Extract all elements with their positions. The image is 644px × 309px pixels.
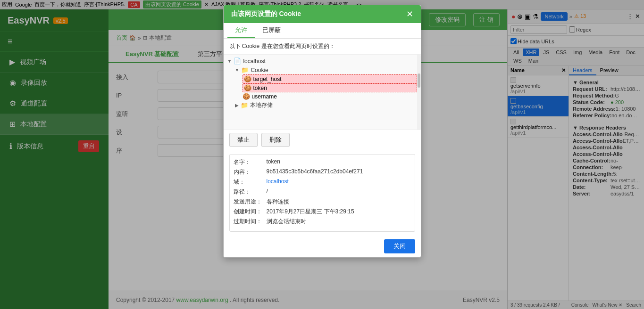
tree-node-local-storage[interactable]: ▶ 📁 本地存储 [235, 100, 417, 110]
tree-node-cookie-folder[interactable]: ▼ 📁 Cookie [235, 65, 417, 74]
detail-created-row: 创建时间： 2017年9月27日星期三 下午3:29:15 [234, 208, 411, 216]
tree-icon-local: 📁 [241, 102, 248, 109]
tree-item-token[interactable]: 🍪 token [243, 83, 417, 92]
detail-name-key: 名字： [234, 158, 267, 166]
detail-content-key: 内容： [234, 168, 267, 176]
scrollbar-thumb [418, 73, 420, 88]
cookie-dialog-tabs: 允许 已屏蔽 [224, 23, 421, 39]
detail-send-key: 发送用途： [234, 198, 267, 206]
cookie-dialog-footer: 关闭 [224, 236, 421, 257]
tree-label-local: 本地存储 [250, 101, 273, 109]
detail-domain-row: 域： localhost [234, 178, 411, 186]
detail-expire-row: 过期时间： 浏览会话结束时 [234, 218, 411, 226]
cookie-icon-username: 🍪 [243, 93, 250, 100]
detail-content-row: 内容： 9b51435c3b5b4c6faa271c2db04ef271 [234, 168, 411, 176]
detail-expire-key: 过期时间： [234, 218, 267, 226]
block-button[interactable]: 禁止 [229, 133, 258, 147]
cookie-dialog-actions: 禁止 删除 [224, 130, 421, 150]
cookie-dialog-header: 由该网页设置的 Cookie ✕ [224, 5, 421, 23]
detail-created-key: 创建时间： [234, 208, 267, 216]
cookie-icon-target-host: 🍪 [244, 75, 251, 82]
tree-label-localhost: localhost [243, 58, 265, 65]
tree-label-cookie-folder: Cookie [251, 67, 268, 73]
tree-toggle-cookie: ▼ [235, 67, 240, 73]
detail-path-value: / [267, 188, 268, 196]
cookie-dialog-title: 由该网页设置的 Cookie [231, 10, 301, 18]
detail-content-value: 9b51435c3b5b4c6faa271c2db04ef271 [267, 168, 363, 176]
tree-children-cookies: 🍪 target_host 🍪 token 🍪 username [243, 74, 417, 100]
detail-path-row: 路径： / [234, 188, 411, 196]
delete-button[interactable]: 删除 [261, 133, 290, 147]
dialog-scrollbar[interactable] [417, 55, 421, 130]
cookie-tab-blocked[interactable]: 已屏蔽 [255, 23, 288, 38]
cookie-icon-token: 🍪 [244, 84, 251, 91]
tree-item-target-host[interactable]: 🍪 target_host [243, 74, 417, 83]
tree-label-token: token [253, 85, 267, 91]
cookie-dialog-close[interactable]: ✕ [406, 9, 413, 19]
tree-label-username: username [252, 93, 277, 100]
detail-name-value: token [267, 158, 280, 166]
cookie-dialog-close-btn[interactable]: 关闭 [384, 239, 415, 253]
tree-icon-localhost: 📄 [234, 57, 241, 65]
cookie-dialog-subtitle: 以下 Cookie 是在您查看此网页时设置的： [224, 39, 421, 55]
tree-toggle-localhost: ▼ [227, 58, 232, 64]
detail-send-row: 发送用途： 各种连接 [234, 198, 411, 206]
cookie-dialog: 由该网页设置的 Cookie ✕ 允许 已屏蔽 以下 Cookie 是在您查看此… [223, 5, 421, 258]
detail-domain-key: 域： [234, 178, 267, 186]
detail-expire-value: 浏览会话结束时 [267, 218, 306, 226]
tree-label-target-host: target_host [253, 76, 282, 82]
tree-children-localhost: ▼ 📁 Cookie 🍪 target_host 🍪 token [235, 65, 417, 110]
detail-domain-value: localhost [267, 178, 289, 186]
tree-icon-cookie-folder: 📁 [241, 66, 249, 73]
tree-item-username[interactable]: 🍪 username [243, 92, 417, 100]
detail-name-row: 名字： token [234, 158, 411, 166]
tree-node-localhost[interactable]: ▼ 📄 localhost [227, 57, 417, 65]
cookie-detail-box: 名字： token 内容： 9b51435c3b5b4c6faa271c2db0… [229, 154, 415, 232]
detail-path-key: 路径： [234, 188, 267, 196]
dialog-overlay: 由该网页设置的 Cookie ✕ 允许 已屏蔽 以下 Cookie 是在您查看此… [0, 0, 644, 309]
detail-send-value: 各种连接 [267, 198, 289, 206]
cookie-tab-allow[interactable]: 允许 [227, 23, 255, 38]
cookie-tree: ▼ 📄 localhost ▼ 📁 Cookie 🍪 target_host [224, 55, 421, 130]
detail-created-value: 2017年9月27日星期三 下午3:29:15 [267, 208, 354, 216]
tree-toggle-local: ▶ [235, 103, 239, 108]
